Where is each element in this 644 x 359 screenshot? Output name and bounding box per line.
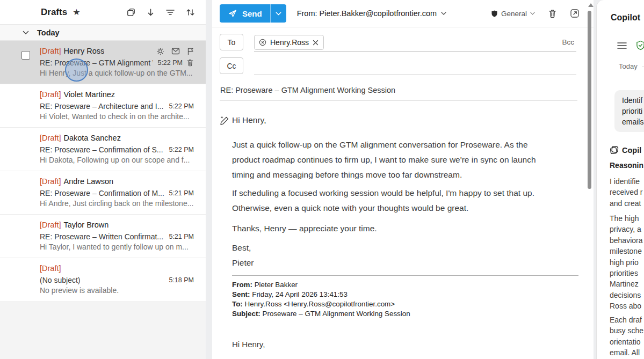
mail-read-icon[interactable]	[171, 47, 180, 55]
quoted-subject-label: Subject:	[232, 310, 261, 318]
copilot-pane: Copilot Today Identif prioriti emails Co…	[596, 0, 644, 359]
copilot-draft-pen-icon[interactable]	[219, 115, 230, 126]
item-checkbox[interactable]	[21, 51, 30, 60]
flag-icon[interactable]	[187, 47, 194, 55]
mail-time: 5:22 PM	[169, 146, 194, 153]
sender-name: Taylor Brown	[63, 221, 108, 229]
mail-preview: Hi Dakota, Following up on our scope and…	[40, 156, 194, 164]
recipient-name: Henry.Ross	[270, 38, 309, 47]
sender-name: Dakota Sanchez	[63, 134, 120, 142]
chevron-down-icon	[441, 12, 446, 15]
remove-recipient-icon[interactable]	[313, 40, 319, 46]
sort-icon[interactable]	[186, 8, 195, 17]
duplicate-icon[interactable]	[127, 8, 135, 17]
send-icon	[228, 9, 237, 18]
draft-tag: [Draft]	[40, 47, 61, 55]
quoted-sent-label: Sent:	[232, 290, 250, 298]
date-divider-rule	[642, 67, 644, 67]
mail-preview: Hi Henry, Just a quick follow-up on the …	[40, 69, 194, 77]
mail-time: 5:22 PM	[169, 102, 194, 110]
list-empty-area	[0, 302, 206, 359]
body-paragraph: Thanks, Henry — appreciate your time.	[232, 221, 578, 236]
draft-tag: [Draft]	[40, 264, 61, 273]
favorite-star-icon[interactable]: ★	[73, 8, 80, 17]
mail-item-no-subject[interactable]: [Draft] (No subject) 5:18 PM No preview …	[0, 258, 206, 302]
list-toolbar	[127, 8, 195, 17]
quoted-sent-value: Friday, 24 April 2026 13:41:53	[252, 290, 348, 298]
scrollbar-thumb[interactable]	[588, 11, 591, 189]
mail-subject: RE: Proseware – Architecture and I...	[40, 102, 164, 111]
copilot-logo-icon	[610, 145, 619, 155]
filter-icon[interactable]	[166, 9, 175, 16]
response-paragraph: I identifie received r and creat	[610, 176, 642, 209]
mail-subject: RE: Proseware – Written Confirmat...	[40, 232, 164, 241]
sensitivity-label: General	[501, 10, 527, 18]
mail-item-taylor-brown[interactable]: [Draft] Taylor Brown RE: Proseware – Wri…	[0, 215, 206, 258]
send-button[interactable]: Send	[220, 4, 270, 23]
mail-item-andre-lawson[interactable]: [Draft] Andre Lawson RE: Proseware – Con…	[0, 171, 206, 215]
sender-name: Henry Ross	[63, 47, 104, 55]
mail-app: Drafts ★ Today [Draft] Henry Ross	[0, 0, 644, 359]
arrow-down-icon[interactable]	[147, 8, 155, 17]
draft-tag: [Draft]	[40, 134, 61, 142]
bcc-button[interactable]: Bcc	[562, 38, 574, 46]
scrollbar-up-arrow[interactable]	[588, 3, 594, 7]
send-split-button: Send	[220, 4, 286, 23]
from-address-dropdown[interactable]: From: Pieter.Bakker@copilotfrontier.com	[297, 9, 447, 18]
to-field-underline[interactable]	[254, 51, 576, 52]
subject-input[interactable]: RE: Proseware – GTM Alignment Working Se…	[220, 86, 395, 94]
draft-tag: [Draft]	[40, 221, 61, 229]
recipient-chip[interactable]: Henry.Ross	[254, 35, 324, 50]
drafts-list-pane: Drafts ★ Today [Draft] Henry Ross	[0, 0, 206, 359]
list-header: Drafts ★	[0, 0, 206, 25]
chevron-down-icon	[530, 12, 535, 15]
mail-time: 5:21 PM	[169, 233, 194, 240]
chat-history-icon[interactable]	[617, 42, 627, 49]
mail-subject: RE: Proseware – Confirmation of S...	[40, 145, 164, 154]
discard-draft-icon[interactable]	[548, 9, 557, 18]
cc-button[interactable]: Cc	[220, 57, 243, 74]
presence-circle-icon	[259, 39, 266, 46]
chevron-down-icon[interactable]	[23, 31, 29, 35]
quoted-from-label: From:	[232, 281, 252, 289]
body-paragraph: Just a quick follow-up on the GTM alignm…	[232, 137, 578, 182]
settings-gear-icon[interactable]	[156, 47, 164, 55]
sender-name: Andre Lawson	[63, 177, 113, 186]
mail-time: 5:22 PM	[157, 59, 183, 67]
quoted-subject-value: Proseware – GTM Alignment Working Sessio…	[263, 310, 410, 318]
response-heading: Reasonin	[610, 161, 643, 170]
to-button[interactable]: To	[220, 34, 243, 50]
sensitivity-dropdown[interactable]: General	[491, 10, 535, 18]
quoted-to-value: Henry.Ross <Henry.Ross@copilotfrontier.c…	[245, 300, 395, 308]
copilot-title: Copilot	[611, 13, 640, 23]
quoted-from-value: Pieter Bakker	[255, 281, 298, 289]
mail-preview: No preview is available.	[40, 286, 194, 295]
copilot-brand-label: Copil	[622, 146, 641, 155]
copilot-date-divider: Today	[619, 62, 638, 70]
quoted-to-label: To:	[232, 300, 243, 308]
message-body-editor[interactable]: Hi Henry, Just a quick follow-up on the …	[232, 113, 578, 352]
mail-subject: RE: Proseware – GTM Alignment W...	[40, 58, 153, 67]
response-paragraph: Each draf busy sche orientatio email. Al…	[610, 314, 643, 358]
group-header-today[interactable]: Today	[0, 25, 206, 41]
user-prompt-bubble: Identif prioriti emails	[614, 90, 644, 132]
shield-icon	[491, 10, 498, 18]
copilot-response-header: Copil	[610, 145, 641, 155]
open-in-new-window-icon[interactable]	[570, 9, 580, 18]
mail-subject: (No subject)	[40, 276, 164, 284]
draft-tag: [Draft]	[40, 90, 61, 99]
from-address: From: Pieter.Bakker@copilotfrontier.com	[297, 9, 437, 18]
delete-icon[interactable]	[186, 58, 194, 67]
mail-preview: Hi Violet, Wanted to check in on the arc…	[40, 112, 194, 121]
mail-item-henry-ross[interactable]: [Draft] Henry Ross RE: Proseware – GTM A…	[0, 41, 206, 84]
body-signoff: Best, Pieter	[232, 240, 578, 270]
quoted-greeting: Hi Henry,	[232, 337, 578, 352]
mail-time: 5:18 PM	[169, 276, 194, 284]
protected-shield-check-icon[interactable]	[636, 40, 644, 50]
mail-item-dakota-sanchez[interactable]: [Draft] Dakota Sanchez RE: Proseware – C…	[0, 128, 206, 171]
compose-toolbar: Send From: Pieter.Bakker@copilotfrontier…	[212, 0, 594, 27]
cc-field-underline[interactable]	[254, 75, 576, 75]
body-greeting: Hi Henry,	[232, 113, 578, 128]
mail-item-violet-martinez[interactable]: [Draft] Violet Martinez RE: Proseware – …	[0, 84, 206, 128]
send-options-caret[interactable]	[271, 4, 286, 23]
